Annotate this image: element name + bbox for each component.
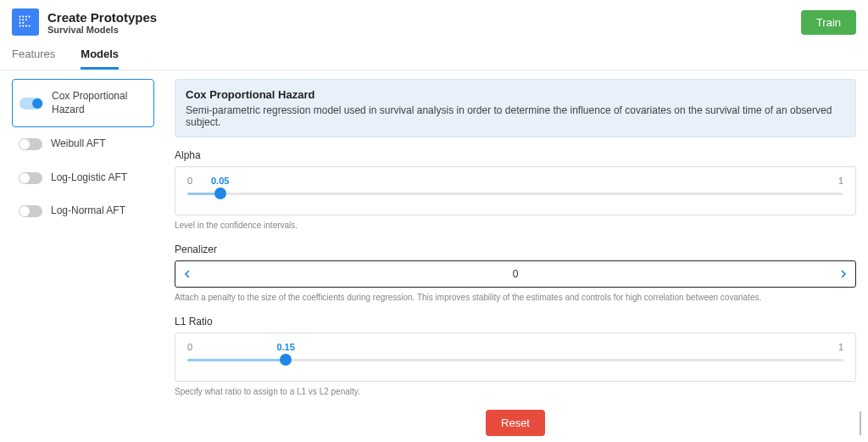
toggle-cox[interactable] [19, 98, 43, 109]
model-info-description: Semi-parametric regression model used in… [186, 104, 845, 128]
l1ratio-value: 0.15 [276, 342, 294, 352]
tab-features[interactable]: Features [12, 48, 55, 70]
sidebar-item-cox[interactable]: Cox Proportional Hazard [12, 79, 154, 127]
svg-point-9 [19, 25, 20, 26]
main-panel: Cox Proportional Hazard Semi-parametric … [175, 79, 856, 436]
sidebar-item-loglogistic[interactable]: Log-Logistic AFT [12, 161, 154, 195]
page-subtitle: Survival Models [47, 25, 801, 35]
page-title: Create Prototypes [47, 10, 801, 25]
param-penalizer: Penalizer 0 Attach a penalty to the size… [175, 243, 856, 302]
svg-point-12 [28, 25, 30, 26]
chevron-right-icon [841, 270, 846, 278]
toggle-weibull[interactable] [19, 138, 42, 150]
slider-track [187, 193, 843, 195]
l1ratio-max: 1 [838, 342, 843, 352]
alpha-thumb[interactable] [214, 187, 226, 199]
models-sidebar: Cox Proportional Hazard Weibull AFT Log-… [12, 79, 154, 436]
param-l1ratio-label: L1 Ratio [175, 316, 856, 327]
model-info-title: Cox Proportional Hazard [186, 88, 845, 101]
alpha-help: Level in the confidence intervals. [175, 221, 856, 230]
penalizer-value: 0 [199, 268, 832, 280]
l1ratio-thumb[interactable] [280, 354, 292, 366]
param-l1ratio: L1 Ratio 0 0.15 1 Specify what ratio to … [175, 316, 856, 396]
sidebar-item-lognormal[interactable]: Log-Normal AFT [12, 194, 154, 228]
alpha-max: 1 [838, 176, 843, 186]
svg-point-2 [25, 15, 27, 17]
toggle-lognormal[interactable] [19, 205, 42, 217]
svg-point-11 [25, 25, 27, 26]
toggle-loglogistic[interactable] [19, 172, 42, 184]
param-alpha-label: Alpha [175, 149, 856, 161]
chevron-left-icon [185, 270, 190, 278]
alpha-value: 0.05 [211, 176, 229, 186]
app-logo-icon [12, 8, 39, 36]
tab-models[interactable]: Models [81, 48, 119, 70]
penalizer-stepper[interactable]: 0 [175, 260, 856, 288]
svg-point-3 [28, 15, 30, 17]
svg-point-8 [22, 22, 24, 24]
l1ratio-min: 0 [187, 342, 192, 352]
model-info-box: Cox Proportional Hazard Semi-parametric … [175, 79, 856, 137]
svg-point-7 [19, 22, 20, 24]
scrollbar-stub[interactable] [860, 411, 861, 435]
tabs: Features Models [0, 42, 868, 70]
l1ratio-slider[interactable]: 0 0.15 1 [175, 333, 856, 382]
sidebar-item-label: Cox Proportional Hazard [52, 90, 147, 116]
svg-point-1 [22, 15, 24, 17]
l1ratio-help: Specify what ratio to assign to a L1 vs … [175, 387, 856, 396]
svg-point-6 [25, 19, 27, 20]
alpha-min: 0 [187, 176, 192, 186]
sidebar-item-label: Log-Logistic AFT [51, 171, 127, 185]
penalizer-help: Attach a penalty to the size of the coef… [175, 293, 856, 302]
reset-button[interactable]: Reset [486, 410, 545, 436]
penalizer-decrement[interactable] [175, 261, 199, 287]
sidebar-item-label: Log-Normal AFT [51, 204, 125, 218]
svg-point-4 [19, 19, 20, 20]
slider-fill [187, 359, 286, 361]
alpha-slider[interactable]: 0 0.05 1 [175, 166, 856, 215]
param-alpha: Alpha 0 0.05 1 Level in the confidence i… [175, 149, 856, 230]
title-block: Create Prototypes Survival Models [47, 10, 801, 35]
penalizer-increment[interactable] [832, 261, 855, 287]
header: Create Prototypes Survival Models Train [0, 0, 868, 42]
param-penalizer-label: Penalizer [175, 243, 856, 255]
sidebar-item-weibull[interactable]: Weibull AFT [12, 127, 154, 161]
svg-point-10 [22, 25, 24, 26]
train-button[interactable]: Train [801, 10, 856, 35]
sidebar-item-label: Weibull AFT [51, 137, 105, 151]
svg-point-0 [19, 15, 20, 17]
svg-point-5 [22, 19, 24, 20]
logo-dots-icon [16, 13, 35, 31]
